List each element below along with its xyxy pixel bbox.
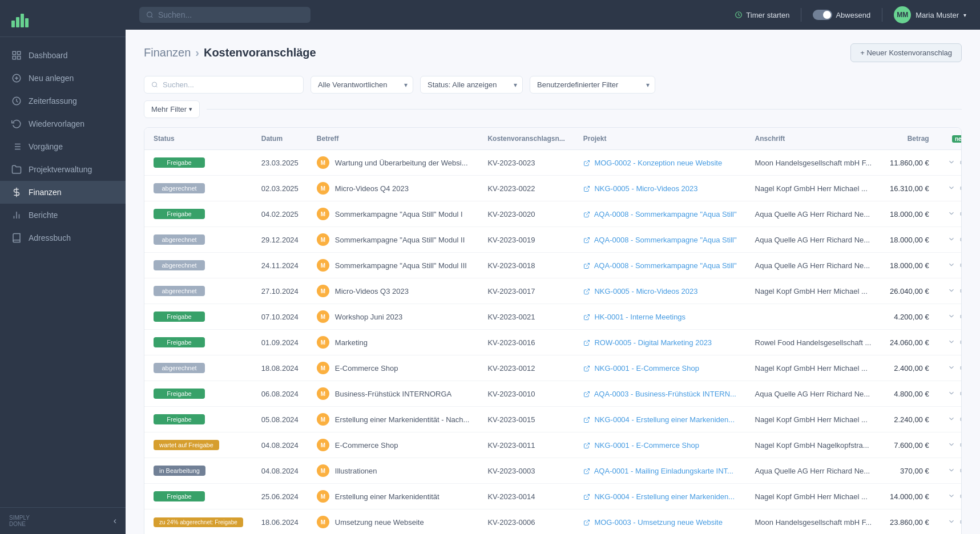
- expand-row-button[interactable]: [947, 158, 955, 168]
- sidebar-item-neu-anlegen[interactable]: Neu anlegen: [0, 67, 126, 90]
- project-link[interactable]: MOG-0002 - Konzeption neue Website: [594, 159, 722, 167]
- table-row[interactable]: abgerechnet 24.11.2024 M Sommerkampagne …: [144, 253, 962, 278]
- cell-subject[interactable]: M Wartung und Überarbeitung der Websi...: [308, 150, 479, 176]
- expand-row-button[interactable]: [947, 286, 955, 296]
- print-button[interactable]: [960, 209, 962, 219]
- print-button[interactable]: [960, 261, 962, 270]
- cell-subject[interactable]: M E-Commerce Shop: [308, 432, 479, 458]
- cell-subject[interactable]: M Umsetzung neue Webseite: [308, 509, 479, 535]
- cell-subject[interactable]: M Sommerkampagne "Aqua Still" Modul I: [308, 201, 479, 227]
- cell-subject[interactable]: M Sommerkampagne "Aqua Still" Modul II: [308, 227, 479, 253]
- cell-project[interactable]: AQA-0008 - Sommerkampagne "Aqua Still": [574, 201, 746, 227]
- table-row[interactable]: abgerechnet 29.12.2024 M Sommerkampagne …: [144, 227, 962, 253]
- table-row[interactable]: Freigabe 23.03.2025 M Wartung und Überar…: [144, 150, 962, 176]
- cell-project[interactable]: NKG-0001 - E-Commerce Shop: [574, 355, 746, 381]
- verantwortliche-select[interactable]: Alle Verantwortlichen: [310, 76, 413, 94]
- project-link[interactable]: NKG-0005 - Micro-Videos 2023: [594, 184, 697, 193]
- breadcrumb-parent[interactable]: Finanzen: [144, 46, 191, 59]
- table-row[interactable]: Freigabe 07.10.2024 M Workshop Juni 2023…: [144, 304, 962, 330]
- cell-subject[interactable]: M Marketing: [308, 330, 479, 355]
- expand-row-button[interactable]: [947, 209, 955, 219]
- table-row[interactable]: zu 24% abgerechnet: Freigabe 18.06.2024 …: [144, 509, 962, 535]
- print-button[interactable]: [960, 415, 962, 424]
- print-button[interactable]: [960, 492, 962, 501]
- print-button[interactable]: [960, 235, 962, 245]
- cell-project[interactable]: AQA-0008 - Sommerkampagne "Aqua Still": [574, 253, 746, 278]
- sidebar-item-finanzen[interactable]: Finanzen: [0, 181, 126, 204]
- project-link[interactable]: AQA-0003 - Business-Frühstück INTERN...: [594, 390, 736, 398]
- expand-row-button[interactable]: [947, 184, 955, 193]
- table-row[interactable]: Freigabe 01.09.2024 M Marketing KV-2023-…: [144, 330, 962, 355]
- expand-row-button[interactable]: [947, 338, 955, 347]
- table-row[interactable]: abgerechnet 27.10.2024 M Micro-Videos Q3…: [144, 278, 962, 304]
- cell-project[interactable]: NKG-0001 - E-Commerce Shop: [574, 432, 746, 458]
- expand-row-button[interactable]: [947, 517, 955, 527]
- print-button[interactable]: [960, 158, 962, 168]
- project-link[interactable]: AQA-0008 - Sommerkampagne "Aqua Still": [594, 210, 737, 219]
- print-button[interactable]: [960, 312, 962, 322]
- print-button[interactable]: [960, 363, 962, 373]
- timer-start-button[interactable]: Timer starten: [735, 11, 789, 19]
- project-link[interactable]: ROW-0005 - Digital Marketing 2023: [594, 338, 712, 347]
- user-menu[interactable]: MM Maria Muster ▾: [894, 6, 966, 23]
- project-link[interactable]: NKG-0001 - E-Commerce Shop: [594, 364, 699, 373]
- cell-project[interactable]: NKG-0005 - Micro-Videos 2023: [574, 176, 746, 201]
- expand-row-button[interactable]: [947, 440, 955, 450]
- filter-search-container[interactable]: [144, 76, 304, 94]
- cell-project[interactable]: MOG-0002 - Konzeption neue Website: [574, 150, 746, 176]
- expand-row-button[interactable]: [947, 466, 955, 476]
- sidebar-item-projektverwaltung[interactable]: Projektverwaltung: [0, 158, 126, 181]
- cell-project[interactable]: ROW-0005 - Digital Marketing 2023: [574, 330, 746, 355]
- table-row[interactable]: wartet auf Freigabe 04.08.2024 M E-Comme…: [144, 432, 962, 458]
- new-kostenvoranschlag-button[interactable]: + Neuer Kostenvoranschlag: [850, 43, 962, 62]
- print-button[interactable]: [960, 517, 962, 527]
- cell-project[interactable]: NKG-0005 - Micro-Videos 2023: [574, 278, 746, 304]
- project-link[interactable]: MOG-0003 - Umsetzung neue Website: [594, 518, 722, 527]
- expand-row-button[interactable]: [947, 389, 955, 399]
- expand-row-button[interactable]: [947, 261, 955, 270]
- cell-subject[interactable]: M Erstellung einer Markenidentität: [308, 484, 479, 509]
- project-link[interactable]: NKG-0005 - Micro-Videos 2023: [594, 287, 697, 296]
- benutzerdefinierter-select[interactable]: Benutzerdefinierter Filter: [530, 76, 655, 94]
- project-link[interactable]: NKG-0004 - Erstellung einer Markeniden..…: [594, 415, 735, 424]
- print-button[interactable]: [960, 440, 962, 450]
- cell-project[interactable]: MOG-0003 - Umsetzung neue Website: [574, 509, 746, 535]
- table-row[interactable]: Freigabe 06.08.2024 M Business-Frühstück…: [144, 381, 962, 407]
- search-input[interactable]: [158, 10, 304, 19]
- mehr-filter-button[interactable]: Mehr Filter ▾: [144, 100, 200, 118]
- sidebar-item-zeiterfassung[interactable]: Zeiterfassung: [0, 90, 126, 112]
- print-button[interactable]: [960, 389, 962, 399]
- table-row[interactable]: in Bearbeitung 04.08.2024 M Illustration…: [144, 458, 962, 484]
- cell-project[interactable]: AQA-0001 - Mailing Einladungskarte INT..…: [574, 458, 746, 484]
- collapse-sidebar-button[interactable]: ‹: [114, 516, 116, 526]
- cell-subject[interactable]: M Micro-Videos Q4 2023: [308, 176, 479, 201]
- print-button[interactable]: [960, 184, 962, 193]
- cell-project[interactable]: NKG-0004 - Erstellung einer Markeniden..…: [574, 484, 746, 509]
- status-filter[interactable]: Status: Alle anzeigen: [420, 76, 523, 94]
- sidebar-item-berichte[interactable]: Berichte: [0, 204, 126, 226]
- filter-search-input[interactable]: [163, 80, 296, 89]
- sidebar-item-wiedervorlagen[interactable]: Wiedervorlagen: [0, 112, 126, 135]
- cell-subject[interactable]: M Illustrationen: [308, 458, 479, 484]
- expand-row-button[interactable]: [947, 363, 955, 373]
- project-link[interactable]: AQA-0008 - Sommerkampagne "Aqua Still": [594, 261, 737, 270]
- table-row[interactable]: Freigabe 04.02.2025 M Sommerkampagne "Aq…: [144, 201, 962, 227]
- status-select[interactable]: Status: Alle anzeigen: [420, 76, 523, 94]
- expand-row-button[interactable]: [947, 415, 955, 424]
- expand-row-button[interactable]: [947, 312, 955, 322]
- cell-subject[interactable]: M Business-Frühstück INTERNORGA: [308, 381, 479, 407]
- expand-row-button[interactable]: [947, 492, 955, 501]
- cell-subject[interactable]: M Erstellung einer Markenidentität - Nac…: [308, 407, 479, 432]
- cell-subject[interactable]: M Micro-Videos Q3 2023: [308, 278, 479, 304]
- sidebar-item-vorgaenge[interactable]: Vorgänge: [0, 135, 126, 158]
- cell-project[interactable]: AQA-0008 - Sommerkampagne "Aqua Still": [574, 227, 746, 253]
- sidebar-item-adressbuch[interactable]: Adressbuch: [0, 226, 126, 249]
- project-link[interactable]: NKG-0001 - E-Commerce Shop: [594, 441, 699, 450]
- expand-row-button[interactable]: [947, 235, 955, 245]
- project-link[interactable]: HK-0001 - Interne Meetings: [594, 313, 685, 321]
- cell-project[interactable]: AQA-0003 - Business-Frühstück INTERN...: [574, 381, 746, 407]
- benutzerdefinierter-filter[interactable]: Benutzerdefinierter Filter: [530, 76, 655, 94]
- cell-project[interactable]: HK-0001 - Interne Meetings: [574, 304, 746, 330]
- project-link[interactable]: AQA-0001 - Mailing Einladungskarte INT..…: [594, 467, 733, 475]
- cell-project[interactable]: NKG-0004 - Erstellung einer Markeniden..…: [574, 407, 746, 432]
